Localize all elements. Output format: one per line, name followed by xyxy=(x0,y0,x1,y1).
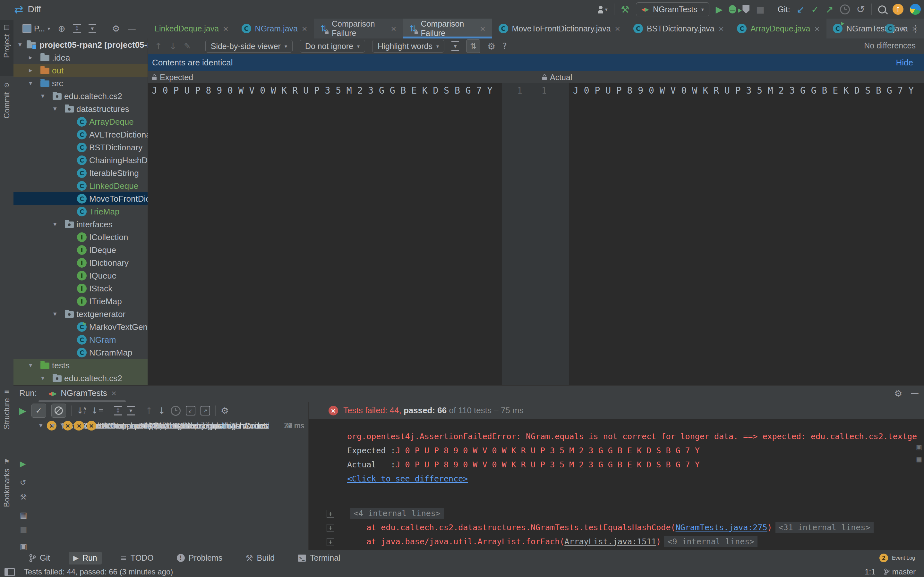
toolbar-item-build[interactable]: ⚒ Build xyxy=(241,552,279,564)
search-icon[interactable] xyxy=(878,5,886,13)
editor-tab[interactable]: C ArrayDeque.java × xyxy=(730,19,827,39)
viewer-mode-dropdown[interactable]: Side-by-side viewer▾ xyxy=(205,40,292,53)
project-tree-row[interactable]: C BSTDictionary xyxy=(13,141,148,154)
test-options-button[interactable]: ⚙ xyxy=(221,406,229,416)
project-tree-row[interactable]: C AVLTreeDictionary xyxy=(13,128,148,141)
debug-button[interactable] xyxy=(729,5,736,13)
collapse-all-button[interactable]: ▾ xyxy=(127,406,135,416)
toolbar-item-todo[interactable]: ≡ TODO xyxy=(116,552,158,564)
coverage-button[interactable] xyxy=(742,5,750,13)
project-tree-row[interactable]: I ICollection xyxy=(13,231,148,243)
folded-lines-chip[interactable]: <4 internal lines> xyxy=(351,508,444,519)
build-hammer-icon[interactable]: ⚒ xyxy=(621,4,630,15)
chevron-icon[interactable]: ▾ xyxy=(53,220,57,228)
tab-options-icon[interactable]: ⋮ xyxy=(911,23,920,34)
stack-trace-link[interactable]: NGramTests.java:275 xyxy=(676,523,767,532)
tool-window-switcher-icon[interactable] xyxy=(5,568,15,576)
chevron-icon[interactable]: ▾ xyxy=(41,374,45,382)
close-icon[interactable]: × xyxy=(480,25,485,33)
project-tree-row[interactable]: C MoveToFrontDictionary xyxy=(13,192,148,205)
editor-tab[interactable]: ⇄ Comparison Failure × xyxy=(314,19,403,39)
chevron-icon[interactable]: ▸ xyxy=(29,66,32,74)
project-tree-row[interactable]: ▸ .idea xyxy=(13,51,148,64)
project-tree-row[interactable]: ▾ edu.caltech.cs2 xyxy=(13,372,148,385)
ignore-policy-dropdown[interactable]: Do not ignore▾ xyxy=(300,40,365,53)
close-icon[interactable]: × xyxy=(391,25,397,33)
toolbar-item-problems[interactable]: ! Problems xyxy=(172,552,227,564)
editor-tab[interactable]: C BSTDictionary.java × xyxy=(627,19,730,39)
side-toolbar-icon[interactable]: ▶ xyxy=(20,459,26,468)
diff-settings-button[interactable]: ⚙ xyxy=(487,41,495,52)
expand-all-button[interactable]: ↕ xyxy=(114,406,122,416)
expand-all-button[interactable]: ↕ xyxy=(73,24,81,33)
side-toolbar-icon[interactable]: ⚒ xyxy=(20,493,27,502)
show-ignored-toggle[interactable] xyxy=(51,404,66,418)
project-tree-row[interactable]: I ITrieMap xyxy=(13,295,148,308)
sidebar-item-commit[interactable]: ⊙ Commit xyxy=(0,78,13,142)
chevron-icon[interactable]: ▾ xyxy=(39,422,43,429)
toolbar-item-git[interactable]: Git xyxy=(24,552,55,564)
project-tree-row[interactable]: ▾ tests xyxy=(13,359,148,372)
editor-tab[interactable]: C MoveToFrontDictionary.java × xyxy=(492,19,627,39)
hide-banner-link[interactable]: Hide xyxy=(896,58,913,68)
run-settings-button[interactable]: ⚙ xyxy=(894,388,902,399)
sidebar-item-project[interactable]: ▤ Project xyxy=(0,20,13,76)
project-tree-row[interactable]: ▾ edu.caltech.cs2 xyxy=(13,90,148,103)
console-scrollbar[interactable]: ▣▦ xyxy=(916,443,922,463)
folded-lines-chip[interactable]: <31 internal lines> xyxy=(775,522,874,533)
hidden-tab-class-icon[interactable]: C xyxy=(885,24,895,33)
stack-trace-link[interactable]: ArrayList.java:1511 xyxy=(564,537,656,546)
hide-panel-button[interactable]: — xyxy=(128,24,136,33)
import-results-button[interactable]: ↙ xyxy=(186,406,195,416)
user-menu[interactable]: ▾ xyxy=(598,5,607,13)
stack-trace-link[interactable]: <Click to see difference> xyxy=(347,474,468,484)
close-icon[interactable]: × xyxy=(302,25,307,33)
close-icon[interactable]: × xyxy=(814,25,820,33)
export-results-button[interactable]: ↗ xyxy=(200,406,210,416)
chevron-icon[interactable]: ▾ xyxy=(61,422,65,429)
minimize-panel-button[interactable]: — xyxy=(911,388,919,399)
project-tree-row[interactable]: ▾ src xyxy=(13,77,148,90)
chevron-icon[interactable]: ▾ xyxy=(18,41,22,48)
update-notification-icon[interactable]: ↑ xyxy=(893,4,903,15)
project-tree-row[interactable]: C MarkovTextGenerator xyxy=(13,321,148,334)
project-tree-row[interactable]: ▾ datastructures xyxy=(13,103,148,115)
git-push-button[interactable]: ↗ xyxy=(825,4,834,15)
project-tree-row[interactable]: C TrieMap xyxy=(13,205,148,218)
chevron-down-icon[interactable]: ▾ xyxy=(901,25,905,33)
expand-fold-icon[interactable]: + xyxy=(326,510,334,518)
test-console[interactable]: org.opentest4j.AssertionFailedError: NGr… xyxy=(309,419,924,550)
chevron-icon[interactable]: ▾ xyxy=(51,422,55,429)
help-icon[interactable]: ? xyxy=(502,41,507,51)
project-tree-row[interactable]: C NGramMap xyxy=(13,346,148,359)
actual-editor[interactable]: J 0 P U P 8 9 0 W V 0 W K R U P 3 5 M 2 … xyxy=(569,83,924,385)
project-tree-row[interactable]: ▸ out xyxy=(13,64,148,77)
project-tree-row[interactable]: I IStack xyxy=(13,282,148,295)
project-tree-row[interactable]: ▾ interfaces xyxy=(13,218,148,231)
editor-tab[interactable]: C NGram.java × xyxy=(235,19,314,39)
project-tree-row[interactable]: I IDeque xyxy=(13,243,148,256)
git-update-button[interactable]: ↙ xyxy=(796,4,804,15)
chevron-icon[interactable]: ▾ xyxy=(53,310,57,318)
close-icon[interactable]: × xyxy=(111,389,117,397)
undo-button[interactable]: ↺ xyxy=(856,3,865,15)
toolbar-item-run[interactable]: ▶ Run xyxy=(69,552,102,564)
test-history-button[interactable] xyxy=(171,406,181,416)
collapse-unchanged-button[interactable]: ▾ xyxy=(451,41,459,51)
project-tree-row[interactable]: I IDictionary xyxy=(13,256,148,269)
git-commit-button[interactable]: ✓ xyxy=(811,4,819,15)
chevron-icon[interactable]: ▸ xyxy=(29,53,32,61)
sort-alphabetically-button[interactable]: ↓az xyxy=(77,406,86,416)
sidebar-item-bookmarks[interactable]: ⚑ Bookmarks xyxy=(0,455,13,527)
side-toolbar-icon[interactable]: ▣ xyxy=(20,542,27,551)
next-failed-button[interactable]: ↓ xyxy=(158,406,165,416)
project-tree-row[interactable]: C ChainingHashDictionary xyxy=(13,154,148,167)
locate-file-button[interactable]: ⊕ xyxy=(58,23,65,34)
run-button[interactable]: ▶ xyxy=(716,4,723,15)
show-passed-toggle[interactable]: ✓ xyxy=(31,404,46,418)
chevron-icon[interactable]: ▾ xyxy=(53,105,57,113)
run-tab[interactable]: ◀▶ NGramTests × xyxy=(48,388,117,398)
project-tree-row[interactable]: C IterableString xyxy=(13,167,148,179)
side-toolbar-icon[interactable]: ▦ xyxy=(20,511,27,520)
git-branch-widget[interactable]: master xyxy=(884,567,916,576)
